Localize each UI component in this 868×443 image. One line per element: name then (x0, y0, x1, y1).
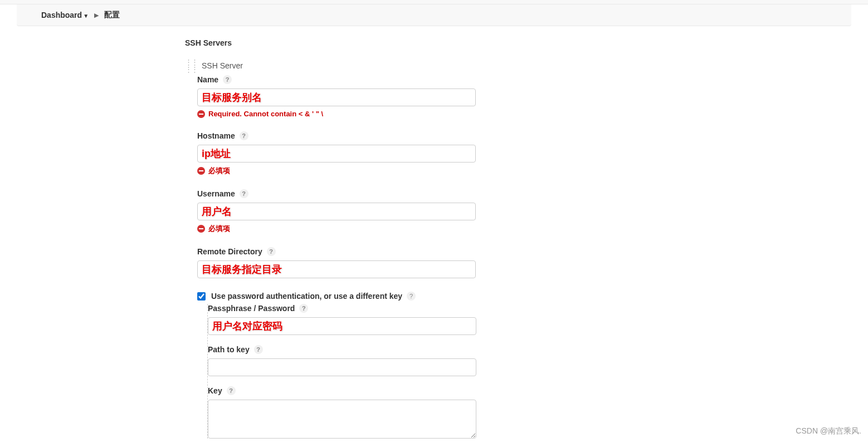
field-path-to-key: Path to key ? (208, 345, 868, 376)
passphrase-input[interactable] (208, 317, 476, 335)
breadcrumb-current: 配置 (104, 10, 120, 20)
field-username: Username ? 用户名 必填项 (197, 189, 868, 234)
passphrase-label: Passphrase / Password (208, 304, 295, 313)
caret-down-icon: ▼ (83, 13, 89, 19)
breadcrumb-root[interactable]: Dashboard▼ (41, 11, 89, 19)
name-input[interactable] (197, 88, 476, 106)
hostname-error: 必填项 (197, 166, 868, 176)
hostname-label: Hostname (197, 131, 235, 140)
top-bar (0, 0, 868, 4)
help-icon[interactable]: ? (299, 304, 308, 313)
help-icon[interactable]: ? (254, 345, 263, 354)
field-name: Name ? 目标服务别名 Required. Cannot contain <… (197, 75, 868, 118)
remote-directory-input[interactable] (197, 260, 476, 278)
error-icon (197, 225, 205, 233)
key-textarea[interactable] (208, 400, 476, 439)
watermark: CSDN @南宫乘风. (796, 426, 861, 436)
error-icon (197, 110, 205, 118)
main-content: SSH Servers ⋮⋮⋮⋮ SSH Server Name ? 目标服务别… (0, 26, 868, 443)
help-icon[interactable]: ? (223, 75, 232, 84)
help-icon[interactable]: ? (240, 131, 248, 140)
help-icon[interactable]: ? (227, 386, 236, 395)
section-title: SSH Servers (185, 38, 868, 47)
chevron-right-icon: ▶ (94, 12, 99, 19)
username-error: 必填项 (197, 224, 868, 234)
remote-directory-label: Remote Directory (197, 247, 262, 256)
hostname-input[interactable] (197, 145, 476, 163)
name-label: Name (197, 75, 218, 84)
error-icon (197, 167, 205, 175)
field-key: Key ? (208, 386, 868, 439)
help-icon[interactable]: ? (407, 292, 416, 301)
key-label: Key (208, 386, 222, 395)
use-password-checkbox[interactable] (197, 292, 206, 301)
field-hostname: Hostname ? ip地址 必填项 (197, 131, 868, 176)
field-remote-directory: Remote Directory ? 目标服务指定目录 (197, 247, 868, 278)
drag-handle-icon[interactable]: ⋮⋮⋮⋮ (185, 58, 197, 73)
breadcrumb: Dashboard▼ ▶ 配置 (17, 4, 851, 26)
username-input[interactable] (197, 203, 476, 220)
ssh-server-label: SSH Server (202, 61, 243, 70)
use-password-row: Use password authentication, or use a di… (197, 292, 868, 301)
name-error: Required. Cannot contain < & ' " \ (197, 110, 868, 118)
username-label: Username (197, 189, 235, 198)
auth-sub-block: Passphrase / Password ? 用户名对应密码 Path to … (207, 304, 868, 439)
use-password-label: Use password authentication, or use a di… (211, 292, 402, 301)
path-to-key-label: Path to key (208, 345, 250, 354)
ssh-server-block: ⋮⋮⋮⋮ SSH Server Name ? 目标服务别名 Required. … (185, 58, 868, 439)
path-to-key-input[interactable] (208, 358, 476, 376)
help-icon[interactable]: ? (267, 247, 276, 256)
field-passphrase: Passphrase / Password ? 用户名对应密码 (208, 304, 868, 335)
help-icon[interactable]: ? (240, 189, 248, 198)
